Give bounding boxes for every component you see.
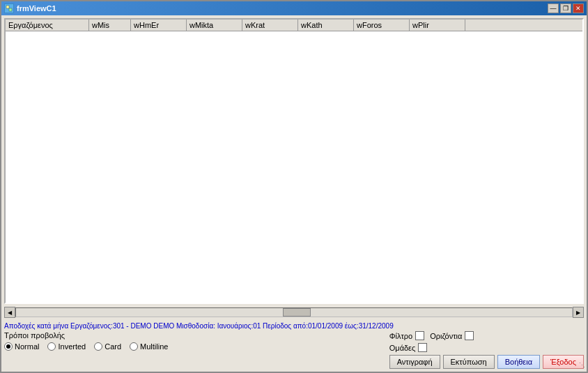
copy-button[interactable]: Αντιγραφή (389, 355, 440, 369)
radio-circle-card (94, 342, 102, 351)
radio-label-inverted: Inverted (58, 342, 86, 351)
title-bar-left: frmViewC1 (4, 3, 56, 13)
groups-row: Ομάδες (389, 343, 584, 352)
radio-label-normal: Normal (15, 342, 39, 351)
restore-button[interactable]: ❐ (560, 3, 571, 13)
window-title: frmViewC1 (17, 4, 56, 13)
scrollbar-thumb[interactable] (283, 308, 311, 317)
scroll-left-button[interactable]: ◀ (4, 307, 15, 318)
scrollbar-track[interactable] (15, 307, 573, 317)
right-panel: Φίλτρο Οριζόντια Ομάδες (389, 331, 584, 369)
horizontal-scrollbar[interactable]: ◀ ▶ (4, 307, 584, 318)
view-mode-label: Τρόποι προβολής (4, 331, 168, 340)
col-header-whmer: wHmEr (131, 20, 187, 31)
radio-circle-inverted (47, 342, 56, 351)
svg-rect-1 (9, 8, 12, 11)
grid-body[interactable] (6, 31, 582, 303)
col-header-wkrat: wKrat (242, 20, 298, 31)
col-header-wforos: wForos (354, 20, 410, 31)
main-window: frmViewC1 — ❐ ✕ Εργαζόμενος wMis wHmEr w… (0, 0, 588, 373)
grid-header: Εργαζόμενος wMis wHmEr wMikta wKrat wKat… (6, 20, 582, 31)
resize-grip[interactable]: ⋱ (577, 362, 585, 370)
filter-row: Φίλτρο Οριζόντια (389, 331, 584, 340)
radio-row: Normal Inverted Card Multi (4, 342, 168, 351)
svg-rect-0 (6, 6, 9, 8)
radio-normal[interactable]: Normal (4, 342, 39, 351)
title-bar: frmViewC1 — ❐ ✕ (1, 1, 587, 15)
horizontal-checkbox[interactable] (465, 331, 474, 340)
horizontal-label: Οριζόντια (430, 332, 462, 340)
bottom-row: Τρόποι προβολής Normal Inverted (4, 331, 584, 369)
buttons-row: Αντιγραφή Εκτύπωση Βοήθεια Έξοδος (389, 355, 584, 369)
app-icon (4, 3, 14, 13)
help-button[interactable]: Βοήθεια (497, 355, 540, 369)
radio-circle-normal (4, 342, 13, 351)
filter-item: Φίλτρο (389, 331, 424, 340)
close-button[interactable]: ✕ (573, 3, 584, 13)
radio-inverted[interactable]: Inverted (47, 342, 86, 351)
window-content: Εργαζόμενος wMis wHmEr wMikta wKrat wKat… (1, 15, 587, 372)
view-mode-group: Τρόποι προβολής Normal Inverted (4, 331, 168, 351)
groups-label: Ομάδες (389, 344, 416, 352)
col-header-wmikta: wMikta (187, 20, 242, 31)
radio-multiline[interactable]: Multiline (130, 342, 168, 351)
col-header-wmis: wMis (89, 20, 131, 31)
radio-label-multiline: Multiline (140, 342, 168, 351)
col-header-employee: Εργαζόμενος (6, 20, 89, 31)
groups-checkbox[interactable] (418, 343, 427, 352)
col-header-wkath: wKath (298, 20, 354, 31)
radio-label-card: Card (105, 342, 121, 351)
title-controls: — ❐ ✕ (548, 3, 584, 13)
print-button[interactable]: Εκτύπωση (443, 355, 495, 369)
minimize-button[interactable]: — (548, 3, 559, 13)
filter-label: Φίλτρο (389, 332, 412, 340)
col-header-wplir: wPlir (410, 20, 465, 31)
groups-item: Ομάδες (389, 343, 428, 352)
scroll-right-button[interactable]: ▶ (573, 307, 584, 318)
data-grid[interactable]: Εργαζόμενος wMis wHmEr wMikta wKrat wKat… (4, 18, 584, 304)
radio-card[interactable]: Card (94, 342, 121, 351)
horizontal-item: Οριζόντια (430, 331, 474, 340)
status-text: Αποδοχές κατά μήνα Εργαζόμενος:301 - DEM… (4, 321, 584, 331)
radio-circle-multiline (130, 342, 138, 351)
filter-checkbox[interactable] (415, 331, 424, 340)
